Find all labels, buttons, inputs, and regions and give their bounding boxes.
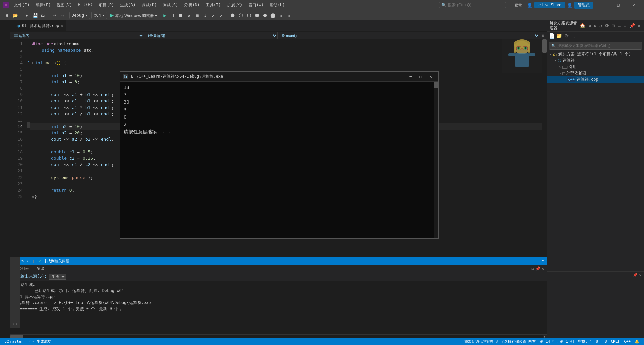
problems-text[interactable]: 未找到相关问题 bbox=[44, 259, 69, 264]
step-out-btn[interactable]: ↗ bbox=[217, 12, 225, 19]
scrollbar-thumb[interactable] bbox=[542, 39, 547, 53]
sol-search-input[interactable] bbox=[557, 44, 640, 48]
references-node[interactable]: ▷ □□ 引用 bbox=[547, 64, 644, 70]
panel-expand-btn[interactable]: ⊟ bbox=[532, 266, 534, 271]
menu-project[interactable]: 项目(P) bbox=[96, 2, 117, 9]
bp6-btn[interactable]: ⬤ bbox=[269, 12, 277, 19]
undo-btn[interactable]: ↩ bbox=[51, 12, 58, 19]
run-button[interactable]: ▶ 本地 Windows 调试器 ▾ bbox=[108, 12, 158, 19]
status-spaces[interactable]: 空格: 4 bbox=[576, 338, 594, 345]
active-tab[interactable]: cpp 01 算术运算符.cpp ✕ bbox=[10, 20, 67, 31]
sol-tb-new-folder[interactable]: 📁 bbox=[556, 32, 562, 39]
sol-btn-home[interactable]: 🏠 bbox=[579, 22, 586, 29]
status-notifications[interactable]: 🔔 bbox=[633, 338, 641, 345]
live-share-button[interactable]: ↗ Live Share bbox=[534, 2, 565, 8]
scope-selector[interactable]: ▤ 运算符 bbox=[10, 32, 144, 39]
menu-extensions[interactable]: 扩展(X) bbox=[224, 2, 245, 9]
code-line-1[interactable]: #include<iostream> bbox=[30, 41, 542, 47]
menu-tools[interactable]: 工具(T) bbox=[203, 2, 224, 9]
close-button[interactable]: ✕ bbox=[626, 0, 641, 10]
solution-root[interactable]: ▾ 🗂 解决方案'运算符'(1 个项目/共 1 个) bbox=[547, 51, 644, 57]
login-btn[interactable]: 登录 bbox=[512, 2, 525, 9]
prop-close-btn[interactable]: ✕ bbox=[639, 273, 641, 277]
menu-test[interactable]: 测试(S) bbox=[160, 2, 181, 9]
status-language[interactable]: C++ bbox=[622, 338, 633, 345]
sol-tb-more[interactable]: … bbox=[571, 32, 577, 39]
console-scrollbar[interactable] bbox=[434, 82, 438, 238]
new-project-btn[interactable]: ⊕ bbox=[3, 12, 11, 19]
menu-window[interactable]: 窗口(W) bbox=[246, 2, 266, 9]
config-dropdown[interactable]: Debug ▾ bbox=[69, 12, 90, 19]
bp5-btn[interactable]: ⬣ bbox=[261, 12, 269, 19]
status-line-ending[interactable]: CRLF bbox=[609, 338, 622, 345]
prop-pin-btn[interactable]: 📌 bbox=[633, 273, 638, 277]
solution-search[interactable]: 🔍 bbox=[549, 42, 642, 50]
minimize-button[interactable]: ─ bbox=[595, 0, 610, 10]
platform-dropdown[interactable]: x64 ▾ bbox=[91, 12, 107, 19]
context-selector[interactable]: (全局范围) bbox=[144, 32, 278, 39]
status-git[interactable]: ⎇ master bbox=[3, 338, 25, 345]
menu-help[interactable]: 帮助(H) bbox=[267, 2, 288, 9]
menu-file[interactable]: 文件(F) bbox=[11, 2, 32, 9]
restart-btn[interactable]: ↺ bbox=[185, 12, 193, 19]
status-line-col[interactable]: 第 14 行，第 1 列 bbox=[538, 338, 576, 345]
panel-pin-btn[interactable]: 📌 bbox=[535, 266, 540, 271]
console-maximize-btn[interactable]: □ bbox=[416, 72, 426, 81]
function-selector[interactable]: ⚙ main() bbox=[278, 32, 539, 39]
menu-view[interactable]: 视图(V) bbox=[54, 2, 75, 9]
step-into-btn[interactable]: ↙ bbox=[209, 12, 217, 19]
pause-btn[interactable]: ⏸ bbox=[169, 12, 176, 19]
stop-btn[interactable]: ⏹ bbox=[177, 12, 184, 19]
menu-analyze[interactable]: 分析(N) bbox=[181, 2, 202, 9]
admin-button[interactable]: 管理员 bbox=[574, 2, 593, 9]
bp3-btn[interactable]: ⬡ bbox=[245, 12, 253, 19]
global-search[interactable]: 🔍 bbox=[439, 2, 506, 8]
activity-settings[interactable]: ⚙ bbox=[10, 319, 20, 328]
collapse-line4[interactable]: ▾ bbox=[27, 58, 30, 65]
code-line-4[interactable]: ⊟int main() { bbox=[30, 60, 542, 66]
console-scrollbar-thumb[interactable] bbox=[434, 82, 438, 88]
sol-tb-new-file[interactable]: 📄 bbox=[548, 32, 555, 39]
code-line-2[interactable]: using namespace std; bbox=[30, 47, 542, 53]
console-close-btn[interactable]: ✕ bbox=[426, 72, 436, 81]
console-minimize-btn[interactable]: ─ bbox=[406, 72, 416, 81]
output-content[interactable]: 已启动生成… 1>------ 已启动生成: 项目: 运算符, 配置: Debu… bbox=[10, 281, 547, 334]
add-btn[interactable]: ✦ bbox=[23, 12, 31, 19]
external-deps-node[interactable]: ▷ □ 外部依赖项 bbox=[547, 70, 644, 76]
redo-btn[interactable]: ↪ bbox=[59, 12, 66, 19]
breakpoint-btn[interactable]: ⬟ bbox=[229, 12, 236, 19]
bp7-btn[interactable]: ⬥ bbox=[277, 12, 285, 19]
status-encoding[interactable]: UTF-8 bbox=[594, 338, 609, 345]
open-btn[interactable]: 📂 bbox=[11, 12, 19, 19]
bp2-btn[interactable]: ⬠ bbox=[237, 12, 245, 19]
collapse-editor-btn[interactable]: ⊟ bbox=[539, 32, 547, 39]
sol-close-btn[interactable]: ✕ bbox=[637, 22, 641, 29]
output-source-select[interactable]: 生成 bbox=[49, 274, 66, 280]
menu-git[interactable]: Git(G) bbox=[75, 2, 95, 9]
console-output[interactable]: 13 7 30 3 0 2 请按任意键继续. . . bbox=[120, 82, 434, 238]
maximize-button[interactable]: □ bbox=[610, 0, 626, 10]
sol-btn-refresh[interactable]: ⟳ bbox=[604, 22, 610, 29]
status-add-source[interactable]: 添加到源代码管理 🖋 /选择存储位置 向右 bbox=[462, 338, 538, 345]
panel-close-btn[interactable]: ✕ bbox=[542, 266, 544, 271]
tab-close-btn[interactable]: ✕ bbox=[61, 24, 63, 28]
sol-btn-back[interactable]: ◀ bbox=[587, 22, 592, 29]
sol-tb-refresh[interactable]: ⟳ bbox=[563, 32, 570, 39]
step-over-btn[interactable]: ↓ bbox=[201, 12, 209, 19]
menu-debug[interactable]: 调试(D) bbox=[139, 2, 160, 9]
show-threads-btn[interactable]: ▦ bbox=[193, 12, 201, 19]
sol-btn-settings[interactable]: ⚙ bbox=[623, 22, 627, 29]
editor-scrollbar[interactable] bbox=[542, 39, 547, 257]
sol-pin-btn[interactable]: 📌 bbox=[629, 22, 636, 29]
bp4-btn[interactable]: ⬢ bbox=[253, 12, 261, 19]
cpp-file-node[interactable]: c++ 运算符.cpp bbox=[547, 76, 644, 83]
sol-btn-filter[interactable]: ⊞ bbox=[611, 22, 616, 29]
sol-btn-sync[interactable]: ↺ bbox=[599, 22, 603, 29]
project-node[interactable]: ▾ ⬡ 运算符 bbox=[547, 57, 644, 64]
code-line-3[interactable] bbox=[30, 53, 542, 60]
panel-toggle-btn[interactable]: ⌃ bbox=[542, 259, 544, 263]
bp8-btn[interactable]: ⬦ bbox=[285, 12, 293, 19]
save-all-btn[interactable]: 🗂 bbox=[39, 12, 47, 19]
search-input[interactable] bbox=[448, 3, 495, 7]
save-btn[interactable]: 💾 bbox=[31, 12, 39, 19]
